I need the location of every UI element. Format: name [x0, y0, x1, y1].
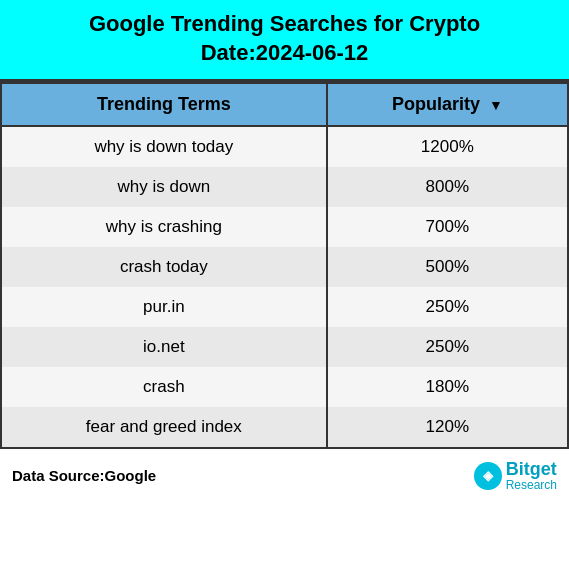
bitget-name: Bitget: [506, 459, 557, 480]
title-line2: Date:2024-06-12: [201, 40, 369, 65]
cell-popularity: 120%: [327, 407, 568, 448]
bitget-logo: ◈ Bitget Research: [474, 459, 557, 492]
table-row: why is down800%: [1, 167, 568, 207]
cell-term: why is down today: [1, 126, 327, 167]
cell-popularity: 800%: [327, 167, 568, 207]
cell-term: crash: [1, 367, 327, 407]
sort-arrow-icon: ▼: [489, 97, 503, 113]
header-title: Google Trending Searches for Crypto Date…: [12, 10, 557, 67]
cell-term: crash today: [1, 247, 327, 287]
table-row: crash today500%: [1, 247, 568, 287]
cell-popularity: 1200%: [327, 126, 568, 167]
cell-term: pur.in: [1, 287, 327, 327]
bitget-icon: ◈: [474, 462, 502, 490]
cell-term: io.net: [1, 327, 327, 367]
bitget-label: Bitget Research: [506, 459, 557, 492]
cell-popularity: 500%: [327, 247, 568, 287]
header: Google Trending Searches for Crypto Date…: [0, 0, 569, 82]
trending-table: Trending Terms Popularity ▼ why is down …: [0, 82, 569, 449]
cell-popularity: 250%: [327, 287, 568, 327]
table-row: fear and greed index120%: [1, 407, 568, 448]
table-row: why is down today1200%: [1, 126, 568, 167]
title-line1: Google Trending Searches for Crypto: [89, 11, 480, 36]
cell-term: why is crashing: [1, 207, 327, 247]
data-source-label: Data Source:Google: [12, 467, 156, 484]
table-row: pur.in250%: [1, 287, 568, 327]
cell-term: fear and greed index: [1, 407, 327, 448]
cell-popularity: 700%: [327, 207, 568, 247]
table-row: io.net250%: [1, 327, 568, 367]
col-header-popularity[interactable]: Popularity ▼: [327, 83, 568, 126]
table-header-row: Trending Terms Popularity ▼: [1, 83, 568, 126]
bitget-sub: Research: [506, 478, 557, 492]
table-row: crash180%: [1, 367, 568, 407]
col-header-term: Trending Terms: [1, 83, 327, 126]
cell-popularity: 180%: [327, 367, 568, 407]
footer: Data Source:Google ◈ Bitget Research: [0, 449, 569, 500]
cell-term: why is down: [1, 167, 327, 207]
main-container: Google Trending Searches for Crypto Date…: [0, 0, 569, 500]
table-row: why is crashing700%: [1, 207, 568, 247]
cell-popularity: 250%: [327, 327, 568, 367]
